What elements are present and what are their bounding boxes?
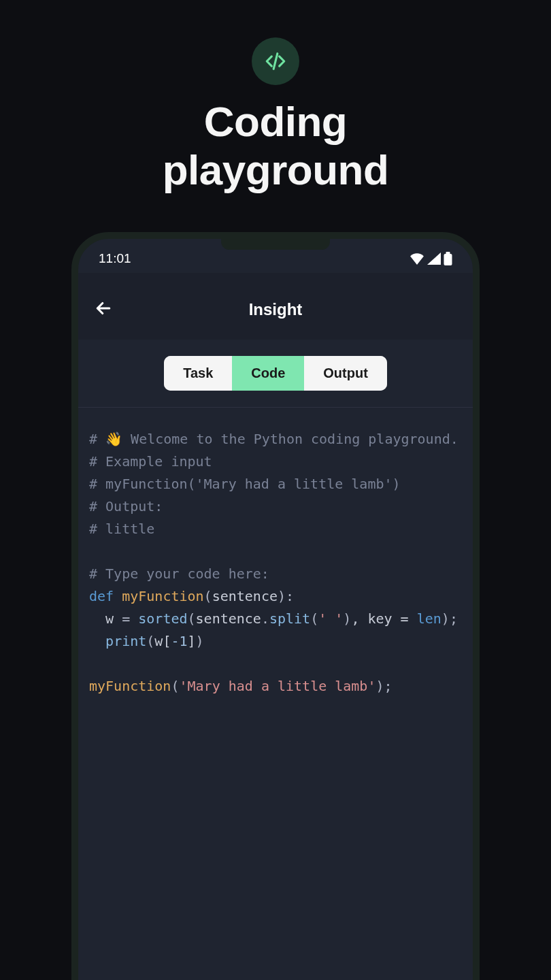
code-comment: # little [89, 521, 154, 537]
code-punct: ( [310, 610, 318, 627]
app-logo [252, 37, 299, 85]
wifi-icon [410, 252, 424, 265]
back-button[interactable] [93, 298, 114, 321]
battery-icon [444, 252, 452, 265]
code-punct: ( [146, 633, 154, 649]
code-ident: sentence [196, 610, 261, 627]
code-punct: ( [188, 610, 196, 627]
status-time: 11:01 [99, 251, 131, 266]
tab-code[interactable]: Code [232, 356, 304, 391]
code-punct: ) [196, 633, 204, 649]
phone-mockup: 11:01 Insight Task Code Output # 👋 Welco… [71, 232, 480, 980]
svg-rect-1 [446, 252, 450, 255]
tab-task[interactable]: Task [164, 356, 232, 391]
code-string: ' ' [318, 610, 343, 627]
code-param: sentence [212, 588, 278, 604]
code-call: sorted [138, 610, 187, 627]
code-call: split [269, 610, 310, 627]
code-punct: ( [171, 678, 179, 694]
code-ident: w[ [154, 633, 171, 649]
promo-title: Codingplayground [163, 97, 389, 195]
status-icons [410, 252, 452, 265]
code-ident: len [417, 610, 441, 627]
code-icon [264, 50, 287, 73]
code-ident: , key = [351, 610, 416, 627]
code-ident: w [105, 610, 114, 627]
code-punct: = [114, 610, 138, 627]
code-comment: # myFunction('Mary had a little lamb') [89, 476, 401, 492]
arrow-left-icon [93, 298, 114, 318]
code-comment: # Output: [89, 498, 163, 514]
page-title: Insight [93, 300, 458, 319]
tab-container: Task Code Output [164, 356, 387, 391]
code-ident: ] [188, 633, 196, 649]
code-punct: ) [441, 610, 450, 627]
code-comment: # Example input [89, 453, 212, 470]
tab-output[interactable]: Output [304, 356, 387, 391]
code-comment: # Type your code here: [89, 566, 269, 582]
code-funcname: myFunction [122, 588, 203, 604]
code-call: myFunction [89, 678, 171, 694]
signal-icon [427, 252, 441, 265]
code-keyword: def [89, 588, 114, 604]
code-punct: . [261, 610, 269, 627]
phone-notch [221, 239, 330, 250]
code-punct: ) [375, 678, 384, 694]
code-string: 'Mary had a little lamb' [179, 678, 375, 694]
code-punct: ; [450, 610, 458, 627]
code-punct: ( [204, 588, 212, 604]
code-punct: ) [343, 610, 351, 627]
code-call: print [105, 633, 146, 649]
code-punct: ; [384, 678, 393, 694]
app-header: Insight [78, 273, 473, 340]
svg-rect-0 [444, 254, 452, 265]
code-punct: : [286, 588, 294, 604]
code-editor[interactable]: # 👋 Welcome to the Python coding playgro… [78, 408, 473, 718]
code-punct: ) [278, 588, 286, 604]
code-number: -1 [171, 633, 187, 649]
code-comment: # 👋 Welcome to the Python coding playgro… [89, 431, 458, 447]
tab-bar-section: Task Code Output [78, 340, 473, 408]
